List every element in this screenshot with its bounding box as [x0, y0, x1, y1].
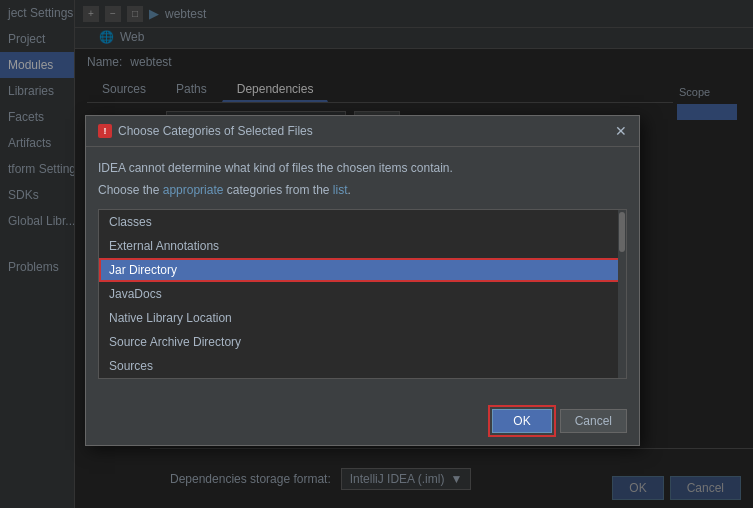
category-item-javadocs[interactable]: JavaDocs	[99, 282, 626, 306]
category-item-sources[interactable]: Sources	[99, 354, 626, 378]
dialog-buttons: OK Cancel	[86, 401, 639, 445]
choose-categories-dialog: ! Choose Categories of Selected Files ✕ …	[85, 115, 640, 446]
category-item-jar-directory[interactable]: Jar Directory	[99, 258, 626, 282]
dialog-body: IDEA cannot determine what kind of files…	[86, 147, 639, 401]
dialog-warning-icon: !	[98, 124, 112, 138]
close-button[interactable]: ✕	[615, 124, 627, 138]
category-item-source-archive-directory[interactable]: Source Archive Directory	[99, 330, 626, 354]
dialog-title-bar: ! Choose Categories of Selected Files ✕	[86, 116, 639, 147]
ok-button[interactable]: OK	[492, 409, 551, 433]
category-item-classes[interactable]: Classes	[99, 210, 626, 234]
scrollbar-thumb	[619, 212, 625, 252]
dialog-title: ! Choose Categories of Selected Files	[98, 124, 313, 138]
cancel-button[interactable]: Cancel	[560, 409, 627, 433]
scrollbar[interactable]	[618, 210, 626, 378]
category-item-native-library-location[interactable]: Native Library Location	[99, 306, 626, 330]
dialog-desc-line1: IDEA cannot determine what kind of files…	[98, 159, 627, 177]
category-item-external-annotations[interactable]: External Annotations	[99, 234, 626, 258]
dialog-desc-line2: Choose the appropriate categories from t…	[98, 181, 627, 199]
category-list: Classes External Annotations Jar Directo…	[98, 209, 627, 379]
